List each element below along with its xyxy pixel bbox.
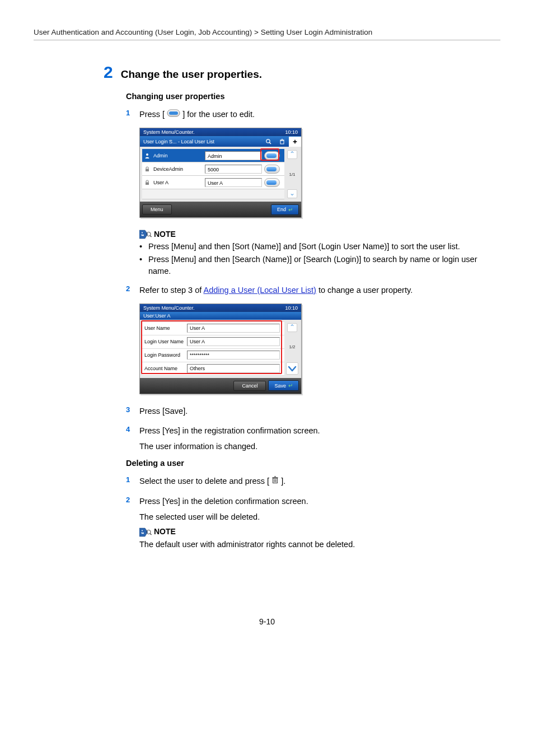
substep-4: 4 Press [Yes] in the registration confir…: [126, 425, 500, 437]
user-name-value: User A: [187, 324, 280, 333]
cancel-button[interactable]: Cancel: [233, 381, 266, 391]
login-name-cell: Admin: [205, 151, 262, 160]
scroll-column: ⌃ 1/2: [285, 322, 299, 376]
delete-substep-1-text: Select the user to delete and press [ ].: [139, 475, 500, 488]
svg-rect-27: [142, 533, 144, 534]
user-name-label: User Name: [142, 325, 187, 331]
substep-2: 2 Refer to step 3 of Adding a User (Loca…: [126, 284, 500, 297]
table-row[interactable]: Admin Admin: [142, 149, 284, 162]
delete-substep-1-text-after: ].: [281, 477, 285, 486]
form-row-user-name[interactable]: User Name User A: [142, 322, 284, 335]
svg-point-13: [142, 232, 143, 234]
changing-user-properties-heading: Changing user properties: [126, 92, 500, 101]
add-icon[interactable]: [289, 137, 301, 147]
page-number: 9-10: [34, 617, 500, 626]
substep-4-followup: The user information is changed.: [139, 442, 500, 451]
svg-line-29: [150, 534, 151, 535]
svg-rect-26: [141, 533, 144, 533]
login-name-cell: User A: [205, 178, 262, 187]
note-2-text: The default user with administrator righ…: [139, 539, 500, 550]
delete-substep-1-text-before: Select the user to delete and press [: [139, 477, 269, 486]
account-name-label: Account Name: [142, 366, 187, 371]
substep-1-text-after: ] for the user to edit.: [182, 110, 255, 119]
enter-icon: ↵: [288, 207, 293, 213]
breadcrumb: User Authentication and Accounting (User…: [34, 28, 500, 40]
panel-breadcrumb: User Login S... - Local User List: [140, 137, 262, 146]
substep-1-number: 1: [126, 109, 134, 121]
table-row-empty: [142, 189, 284, 199]
svg-line-3: [270, 142, 271, 144]
substep-2-text-after: to change a user property.: [316, 286, 413, 295]
panel-time: 10:10: [285, 129, 298, 135]
step-title: Change the user properties.: [121, 68, 262, 81]
user-name-cell: Admin: [152, 153, 205, 158]
substep-2-text-before: Refer to step 3 of: [139, 286, 203, 295]
substep-2-number: 2: [126, 284, 134, 297]
delete-substep-2-text: Press [Yes] in the deletion confirmation…: [139, 496, 500, 508]
table-row[interactable]: User A User A: [142, 176, 284, 189]
svg-rect-14: [141, 235, 144, 235]
form-row-login-password[interactable]: Login Password **********: [142, 349, 284, 362]
delete-substep-1: 1 Select the user to delete and press [ …: [126, 475, 500, 488]
delete-icon[interactable]: [275, 137, 289, 147]
end-button-label: End: [277, 207, 286, 212]
svg-rect-19: [273, 478, 278, 479]
step-number: 2: [104, 63, 113, 82]
note-icon: [139, 527, 151, 536]
edit-row-button[interactable]: [264, 165, 280, 174]
panel-footer: Cancel Save ↵: [140, 378, 301, 394]
step-2-heading: 2 Change the user properties.: [104, 63, 500, 82]
svg-point-2: [266, 139, 270, 142]
account-name-value: Others: [187, 364, 280, 373]
page-indicator: 1/2: [289, 344, 295, 349]
svg-rect-10: [146, 169, 149, 171]
panel-top-bar: System Menu/Counter. 10:10: [140, 128, 301, 136]
scroll-down-button[interactable]: [286, 362, 298, 375]
substep-1: 1 Press [ ] for the user to edit.: [126, 109, 500, 121]
user-name-cell: User A: [152, 180, 205, 185]
delete-substep-1-number: 1: [126, 475, 134, 488]
user-detail-panel: System Menu/Counter. 10:10 User:User A U…: [139, 304, 302, 394]
note-label: NOTE: [154, 527, 176, 536]
login-user-name-label: Login User Name: [142, 339, 187, 344]
substep-2-text: Refer to step 3 of Adding a User (Local …: [139, 284, 500, 297]
delete-substep-2-followup: The selected user will be deleted.: [139, 512, 500, 521]
edit-row-button[interactable]: [264, 151, 280, 160]
note-label: NOTE: [154, 230, 176, 239]
search-icon[interactable]: [262, 137, 275, 147]
scroll-down-button[interactable]: ⌄: [287, 189, 297, 198]
deleting-user-heading: Deleting a user: [126, 459, 500, 468]
edit-row-button[interactable]: [264, 178, 280, 187]
svg-rect-4: [280, 141, 284, 144]
note-block-2: NOTE The default user with administrator…: [139, 527, 500, 550]
save-button[interactable]: Save ↵: [268, 380, 299, 391]
table-row[interactable]: DeviceAdmin 5000: [142, 162, 284, 176]
substep-3-text: Press [Save].: [139, 405, 500, 418]
login-password-label: Login Password: [142, 352, 187, 358]
note-block-1: NOTE •Press [Menu] and then [Sort (Name)…: [139, 229, 500, 277]
form-row-login-user-name[interactable]: Login User Name User A: [142, 335, 284, 349]
edit-pill-icon: [167, 109, 180, 121]
end-button[interactable]: End ↵: [271, 204, 299, 215]
lock-icon: [142, 180, 152, 185]
login-name-cell: 5000: [205, 165, 262, 174]
page-indicator: 1/1: [289, 172, 295, 177]
panel-time: 10:10: [285, 305, 298, 311]
panel-top-bar: System Menu/Counter. 10:10: [140, 304, 301, 312]
substep-4-number: 4: [126, 425, 134, 437]
svg-rect-5: [280, 139, 284, 141]
scroll-column: ⌃ 1/1 ⌄: [285, 149, 299, 199]
save-button-label: Save: [274, 383, 286, 389]
scroll-up-button[interactable]: ⌃: [287, 323, 297, 332]
substep-3: 3 Press [Save].: [126, 405, 500, 418]
svg-point-25: [142, 530, 143, 531]
substep-4-text: Press [Yes] in the registration confirma…: [139, 425, 500, 437]
menu-button[interactable]: Menu: [142, 204, 172, 214]
scroll-up-button[interactable]: ⌃: [287, 150, 297, 159]
delete-substep-2: 2 Press [Yes] in the deletion confirmati…: [126, 496, 500, 508]
login-user-name-value: User A: [187, 337, 280, 346]
form-row-account-name[interactable]: Account Name Others: [142, 362, 284, 376]
substep-3-number: 3: [126, 405, 134, 418]
adding-user-link[interactable]: Adding a User (Local User List): [203, 286, 316, 295]
svg-rect-1: [169, 111, 178, 115]
